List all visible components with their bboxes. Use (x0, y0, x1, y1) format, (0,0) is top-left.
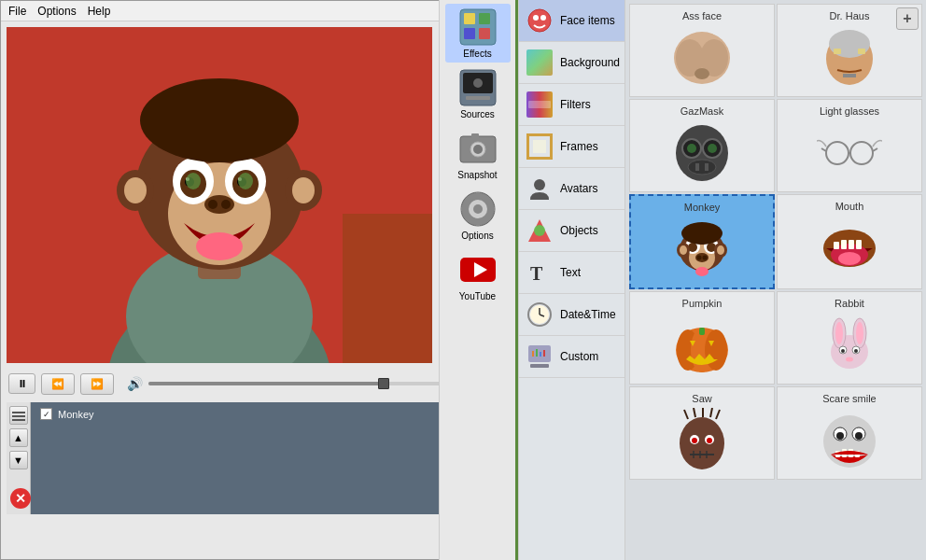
rewind-button[interactable]: ⏪ (41, 373, 75, 395)
menu-options[interactable]: Options (37, 5, 76, 18)
layers-content: ✓ Monkey (33, 402, 509, 426)
category-custom[interactable]: Custom (519, 336, 624, 378)
svg-rect-80 (858, 49, 865, 54)
gazmask-label: GazMask (680, 105, 723, 117)
layers-move-up-button[interactable]: ▲ (9, 428, 28, 447)
svg-point-22 (292, 177, 315, 203)
svg-rect-33 (479, 28, 490, 39)
youtube-icon (458, 250, 498, 289)
sources-button[interactable]: Sources (445, 64, 511, 123)
menu-file[interactable]: File (8, 5, 26, 18)
svg-point-107 (680, 245, 687, 255)
category-avatars-label: Avatars (560, 182, 597, 195)
controls-bar: ⏸ ⏪ ⏩ 🔊 REC (1, 369, 514, 399)
volume-thumb (378, 378, 389, 389)
layers-move-down-button[interactable]: ▼ (9, 451, 28, 469)
svg-rect-121 (699, 328, 705, 335)
pumpkin-image (669, 313, 735, 378)
snapshot-button[interactable]: Snapshot (445, 125, 511, 184)
svg-rect-45 (476, 192, 480, 198)
category-filters[interactable]: Filters (519, 84, 624, 126)
category-datetime[interactable]: Date&Time (519, 294, 624, 336)
avatars-icon (526, 175, 553, 202)
svg-point-143 (707, 438, 712, 443)
svg-point-133 (846, 357, 853, 362)
svg-rect-114 (849, 240, 854, 249)
pause-button[interactable]: ⏸ (8, 373, 35, 394)
dr-haus-label: Dr. Haus (830, 10, 870, 21)
snapshot-icon (458, 129, 498, 168)
svg-rect-26 (12, 412, 25, 413)
svg-line-136 (694, 408, 695, 417)
youtube-button[interactable]: YouTube (445, 246, 511, 305)
svg-point-128 (856, 322, 863, 344)
add-item-button[interactable]: + (896, 7, 919, 30)
effects-label: Effects (463, 49, 491, 59)
forward-button[interactable]: ⏩ (80, 373, 114, 395)
svg-point-151 (836, 432, 844, 440)
category-frames[interactable]: Frames (519, 126, 624, 168)
svg-point-102 (697, 256, 702, 260)
svg-point-25 (238, 173, 253, 189)
layer-label: Monkey (58, 409, 94, 420)
svg-point-109 (681, 222, 723, 245)
svg-point-120 (705, 329, 727, 371)
svg-point-90 (826, 142, 849, 164)
svg-point-132 (854, 349, 858, 353)
category-text[interactable]: T Text (519, 252, 624, 294)
category-face-items[interactable]: Face items (519, 0, 624, 42)
item-ass-face[interactable]: Ass face (629, 4, 775, 97)
svg-line-138 (710, 408, 712, 417)
layers-panel: ▲ ▼ ✓ Monkey ✕ (7, 402, 509, 514)
svg-point-17 (221, 200, 231, 209)
category-filters-label: Filters (560, 98, 591, 111)
svg-rect-31 (479, 13, 490, 24)
datetime-icon (526, 301, 553, 328)
svg-rect-112 (834, 242, 839, 249)
category-background[interactable]: Background (519, 42, 624, 84)
svg-point-91 (850, 142, 873, 164)
item-saw[interactable]: Saw (629, 386, 775, 480)
video-area (7, 27, 432, 363)
category-avatars[interactable]: Avatars (519, 168, 624, 210)
item-rabbit[interactable]: Rabbit (777, 291, 922, 385)
layer-item[interactable]: ✓ Monkey (35, 404, 507, 424)
video-frame (7, 27, 432, 363)
svg-point-116 (838, 252, 861, 265)
effects-button[interactable]: Effects (445, 4, 511, 63)
menu-help[interactable]: Help (88, 5, 111, 18)
rabbit-label: Rabbit (835, 298, 864, 309)
svg-point-86 (708, 144, 717, 153)
objects-icon (526, 217, 553, 244)
layer-delete-button[interactable]: ✕ (10, 488, 31, 509)
category-text-label: Text (560, 266, 581, 279)
layer-checkbox[interactable]: ✓ (40, 408, 52, 420)
volume-slider[interactable] (148, 382, 442, 385)
options-button[interactable]: Options (445, 186, 511, 245)
item-pumpkin[interactable]: Pumpkin (629, 291, 775, 385)
svg-point-23 (140, 78, 299, 162)
menu-bar: File Options Help ─ □ ✕ (1, 1, 514, 21)
layers-add-button[interactable] (9, 406, 28, 425)
item-scare-smile[interactable]: Scare smile (777, 386, 922, 480)
svg-point-37 (473, 78, 483, 88)
category-objects[interactable]: Objects (519, 210, 624, 252)
svg-rect-79 (834, 49, 841, 54)
item-mouth[interactable]: Mouth (777, 194, 922, 289)
svg-point-59 (534, 179, 545, 190)
item-monkey[interactable]: Monkey (629, 194, 775, 289)
svg-rect-36 (466, 96, 490, 100)
text-icon: T (526, 259, 553, 286)
svg-line-139 (716, 410, 720, 419)
category-custom-label: Custom (560, 350, 598, 363)
item-gazmask[interactable]: GazMask (629, 99, 775, 192)
light-glasses-image (817, 120, 882, 186)
svg-point-104 (695, 267, 709, 276)
light-glasses-label: Light glasses (820, 105, 879, 117)
item-light-glasses[interactable]: Light glasses (777, 99, 922, 192)
svg-point-85 (687, 144, 696, 153)
category-objects-label: Objects (560, 224, 598, 237)
svg-rect-115 (856, 240, 862, 249)
scare-smile-label: Scare smile (822, 393, 876, 404)
svg-text:T: T (530, 263, 543, 284)
